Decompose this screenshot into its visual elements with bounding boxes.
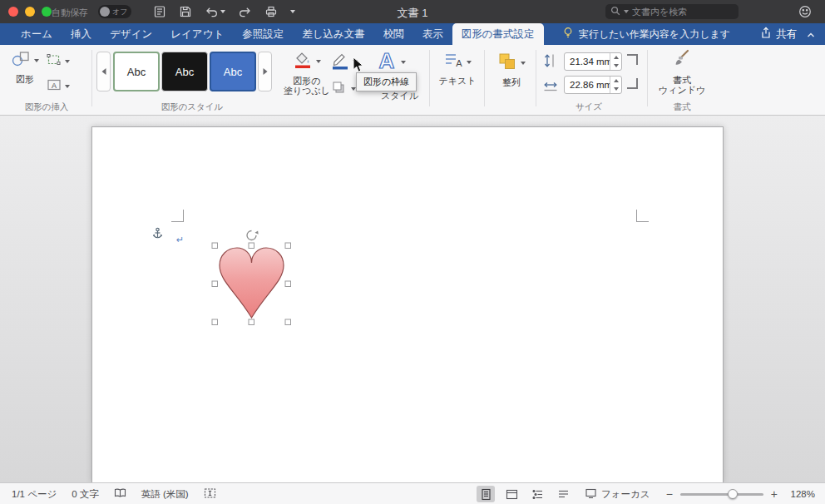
tab-insert[interactable]: 挿入 [62,23,101,45]
arrange-caret[interactable] [521,62,526,65]
text-box-caret[interactable] [65,85,70,88]
focus-icon [585,487,597,501]
text-box-button[interactable]: A [47,78,70,95]
shape-width-input[interactable] [565,80,610,90]
language-indicator[interactable]: 英語 (米国) [141,488,189,501]
zoom-slider-thumb[interactable] [728,489,738,499]
rotation-handle[interactable] [247,230,259,240]
text-options-button[interactable]: A テキスト [436,52,479,86]
lightbulb-icon [562,27,574,42]
tell-me-label: 実行したい作業内容を入力します [579,27,730,42]
search-scope-caret[interactable] [624,10,629,13]
height-stepper[interactable] [610,53,621,70]
feedback-smiley-icon[interactable] [798,5,812,22]
shape-height-input[interactable] [565,57,610,67]
width-stepper[interactable] [610,77,621,93]
wordart-group-partial-label: スタイル [381,90,418,102]
shape-height-field[interactable] [564,52,622,71]
shape-width-field[interactable] [564,76,622,94]
view-draft-button[interactable] [554,486,572,502]
pen-icon [331,50,349,73]
shapes-dropdown-caret[interactable] [34,59,39,62]
svg-text:A: A [379,48,395,73]
shape-fill-label-line1: 図形の [293,76,320,86]
shape-fill-caret[interactable] [316,60,321,63]
arrange-label: 整列 [502,77,521,87]
width-step-down[interactable] [610,85,621,93]
svg-text:A: A [456,58,462,68]
selected-heart-shape[interactable] [208,228,299,332]
text-lines-icon: A [443,52,463,73]
tab-view[interactable]: 表示 [413,23,452,45]
edit-shape-caret[interactable] [65,60,70,63]
heart-path[interactable] [220,248,284,318]
shape-style-sample-1[interactable]: Abc [113,52,160,91]
text-options-caret[interactable] [467,61,472,64]
tab-design[interactable]: デザイン [101,23,161,45]
style-gallery-prev-button[interactable] [96,52,111,91]
proofing-icon[interactable] [114,487,126,501]
tab-shape-format[interactable]: 図形の書式設定 [452,23,544,45]
arrange-squares-icon [497,52,517,75]
edit-shape-button[interactable] [47,53,70,70]
statusbar: 1/1 ページ 0 文字 英語 (米国) [0,482,825,504]
page-indicator[interactable]: 1/1 ページ [12,488,57,501]
tab-review[interactable]: 校閲 [374,23,413,45]
search-box[interactable] [605,4,739,19]
object-anchor-icon[interactable] [152,227,163,244]
zoom-percentage[interactable]: 128% [785,489,815,499]
focus-label: フォーカス [601,488,650,501]
view-outline-button[interactable] [528,486,546,502]
shapes-icon [11,50,31,72]
tab-layout[interactable]: レイアウト [161,23,233,45]
insert-shape-button[interactable]: 図形 [7,50,43,84]
tab-references[interactable]: 参照設定 [233,23,293,45]
focus-mode-button[interactable]: フォーカス [585,487,650,501]
group-label-format: 書式 [659,101,705,113]
shape-height-icon [542,52,557,72]
text-box-icon: A [47,78,62,95]
search-icon [610,4,620,19]
height-step-up[interactable] [610,53,621,62]
height-step-down[interactable] [610,62,621,70]
zoom-in-button[interactable]: + [771,487,778,501]
paint-bucket-icon [293,50,313,73]
wordart-styles-caret[interactable] [401,61,406,64]
word-count[interactable]: 0 文字 [72,488,99,501]
search-input[interactable] [632,7,734,17]
tab-home[interactable]: ホーム [12,23,62,45]
arrange-button[interactable]: 整列 [492,52,531,87]
shape-fill-button[interactable]: 図形の 塗りつぶし [279,50,334,96]
shape-effects-icon [331,80,348,98]
shape-style-sample-2[interactable]: Abc [161,52,208,91]
group-label-insert-shapes: 図形の挿入 [5,101,88,113]
view-web-layout-button[interactable] [502,486,521,502]
mouse-cursor [353,57,364,77]
share-icon [760,27,772,42]
format-pane-button[interactable]: 書式 ウィンドウ [659,49,705,95]
text-mode-icon[interactable] [204,487,216,501]
document-page[interactable] [91,126,724,482]
tab-mailings[interactable]: 差し込み文書 [293,23,374,45]
share-button[interactable]: 共有 [760,23,797,45]
crop-corner-button-bottom[interactable] [627,78,638,89]
document-area: ↵ [0,116,825,482]
width-step-up[interactable] [610,77,621,85]
edit-shape-icon [47,53,62,70]
svg-text:A: A [52,82,57,90]
format-brush-icon [673,49,691,72]
zoom-slider[interactable] [680,493,763,496]
tell-me-box[interactable]: 実行したい作業内容を入力します [562,23,730,45]
view-print-layout-button[interactable] [477,486,495,502]
collapse-ribbon-chevron-icon[interactable] [805,28,817,43]
shape-effects-button[interactable] [331,80,356,98]
zoom-out-button[interactable]: − [666,487,673,501]
group-label-shape-styles: 図形のスタイル [113,101,271,113]
shape-style-sample-3[interactable]: Abc [210,52,256,91]
share-label: 共有 [776,27,797,42]
style-gallery-next-button[interactable] [258,52,272,91]
format-pane-label-line2: ウィンドウ [659,85,705,95]
shape-outline-tooltip: 図形の枠線 [356,72,417,91]
ribbon-tabbar: ホーム 挿入 デザイン レイアウト 参照設定 差し込み文書 校閲 表示 図形の書… [0,23,825,45]
crop-corner-button-top[interactable] [627,54,638,65]
